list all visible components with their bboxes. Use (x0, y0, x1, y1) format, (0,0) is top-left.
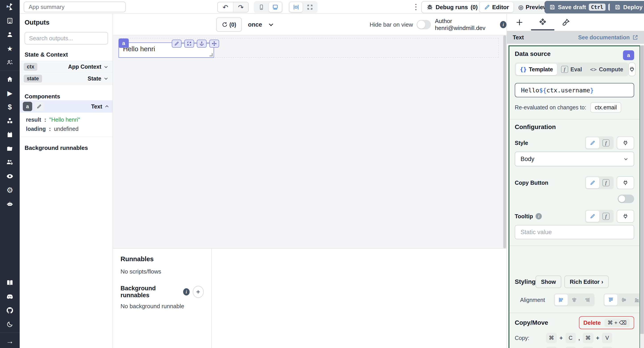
fx-mode-button[interactable]: f (599, 137, 613, 148)
outputs-panel: Outputs State & Context ctx App Context … (20, 14, 113, 348)
global-styling-tab[interactable] (560, 14, 572, 30)
alignment-label: Alignment (520, 297, 545, 303)
hide-bar-toggle[interactable] (416, 20, 431, 29)
preview-icon: ◎ (518, 4, 524, 11)
rename-component-button[interactable] (34, 102, 44, 111)
groups-icon[interactable] (0, 56, 20, 69)
audit-logs-icon[interactable] (0, 169, 20, 183)
chevron-down-icon[interactable] (104, 76, 108, 81)
tab-template[interactable]: {} Template (516, 64, 557, 75)
style-select[interactable]: Body (515, 152, 634, 166)
chevron-down-icon[interactable] (104, 64, 108, 69)
edit-component-button[interactable] (172, 40, 182, 48)
undo-button[interactable]: ↶ (218, 2, 233, 12)
align-left-button[interactable] (555, 294, 568, 306)
kbd-cmd: ⌘ (546, 333, 557, 343)
github-icon[interactable] (0, 304, 20, 317)
ai-icon[interactable] (0, 197, 20, 211)
insert-component-tab[interactable] (513, 14, 526, 30)
add-background-runnable-button[interactable] (193, 286, 204, 298)
home-icon[interactable] (0, 72, 20, 86)
expand-component-button[interactable] (184, 40, 194, 48)
static-mode-button[interactable] (586, 137, 599, 148)
align-top-button[interactable] (604, 294, 618, 306)
component-settings-tab[interactable] (536, 14, 549, 30)
tab-editor[interactable]: Editor (480, 2, 514, 12)
folders-icon[interactable] (0, 142, 20, 156)
schedule-dropdown[interactable]: once (245, 18, 277, 32)
app-summary-input[interactable] (24, 2, 126, 12)
output-row-result[interactable]: result : "Hello henri" (26, 115, 112, 124)
app-canvas-column: (0) once Hide bar on view Author henri@w… (113, 14, 506, 348)
static-mode-button[interactable] (586, 177, 599, 188)
more-menu-button[interactable]: ⋮ (412, 2, 420, 11)
rich-editor-button[interactable]: Rich Editor › (564, 276, 609, 288)
docs-icon[interactable] (0, 276, 20, 290)
show-styling-button[interactable]: Show (536, 276, 561, 288)
info-icon[interactable]: i (500, 21, 506, 28)
tab-eval[interactable]: f Eval (557, 64, 586, 75)
save-draft-button[interactable]: Save draft Ctrl S (544, 1, 621, 14)
user-icon[interactable] (0, 28, 20, 42)
resize-handle[interactable] (210, 53, 213, 56)
deploy-button[interactable]: Deploy (610, 1, 644, 14)
info-icon[interactable]: i (183, 288, 190, 296)
debug-runs-button[interactable]: Debug runs (0) (421, 1, 483, 13)
editor-preview-toggle: Editor ◎ Preview (478, 1, 553, 14)
connect-plug-button[interactable] (617, 176, 634, 189)
component-row[interactable]: a Text (20, 100, 112, 112)
device-toggle-group (254, 1, 283, 13)
connect-plug-button[interactable] (628, 62, 636, 76)
chevron-up-icon[interactable] (104, 104, 109, 109)
resources-icon[interactable] (0, 114, 20, 128)
desktop-view-button[interactable] (269, 2, 282, 12)
anchor-component-button[interactable] (197, 40, 206, 48)
redo-button[interactable]: ↷ (233, 2, 248, 12)
fx-mode-button[interactable]: f (599, 211, 613, 222)
tooltip-input[interactable] (515, 225, 634, 239)
configuration-title: Configuration (515, 124, 634, 130)
align-right-button[interactable] (581, 294, 594, 306)
center-content-button[interactable] (290, 2, 302, 12)
move-component-button[interactable] (209, 40, 219, 48)
runs-icon[interactable]: ▶ (0, 86, 20, 100)
fullscreen-button[interactable] (304, 2, 316, 12)
discord-icon[interactable] (0, 290, 20, 304)
fx-mode-button[interactable]: f (599, 177, 613, 188)
favorites-icon[interactable]: ★ (0, 42, 20, 56)
settings-scrollbar[interactable] (640, 46, 644, 348)
connect-plug-button[interactable] (617, 136, 634, 150)
reeval-dependency-chip[interactable]: ctx.email (590, 102, 622, 113)
app-canvas[interactable]: a Hello henri (113, 35, 506, 248)
chevron-right-icon: › (601, 279, 603, 285)
mobile-view-button[interactable] (255, 2, 268, 12)
component-id-badge: a (623, 50, 634, 60)
workspace-icon[interactable] (0, 14, 20, 28)
ctx-row[interactable]: ctx App Context (20, 61, 112, 73)
static-mode-button[interactable] (586, 211, 599, 222)
hide-bar-label: Hide bar on view (370, 21, 413, 28)
billing-icon[interactable]: $ (0, 100, 20, 114)
canvas-scrollbar[interactable] (503, 35, 506, 248)
align-center-h-button[interactable] (568, 294, 581, 306)
align-bottom-button[interactable] (630, 294, 640, 306)
settings-icon[interactable]: ⚙ (0, 183, 20, 197)
template-code-input[interactable]: Hello ${ctx.username} (515, 83, 634, 97)
see-documentation-link[interactable]: See documentation (578, 34, 638, 41)
kbd-v: V (602, 333, 612, 343)
tab-compute[interactable]: <> Compute (586, 64, 627, 75)
expand-sidebar-icon[interactable]: → (0, 334, 20, 348)
copy-button-toggle[interactable] (618, 194, 634, 203)
state-row[interactable]: state State (20, 73, 112, 84)
windmill-logo[interactable] (0, 0, 20, 14)
workers-icon[interactable] (0, 156, 20, 169)
hide-bar-control: Hide bar on view (370, 18, 431, 32)
dark-mode-icon[interactable] (0, 317, 20, 331)
schedules-icon[interactable] (0, 128, 20, 142)
align-middle-v-button[interactable] (618, 294, 630, 306)
output-row-loading[interactable]: loading : undefined (26, 124, 112, 134)
delete-component-button[interactable]: Delete ⌘ + ⌫ (579, 316, 634, 329)
connect-plug-button[interactable] (617, 210, 634, 223)
refresh-button[interactable]: (0) (216, 18, 242, 32)
search-outputs-input[interactable] (24, 32, 108, 44)
